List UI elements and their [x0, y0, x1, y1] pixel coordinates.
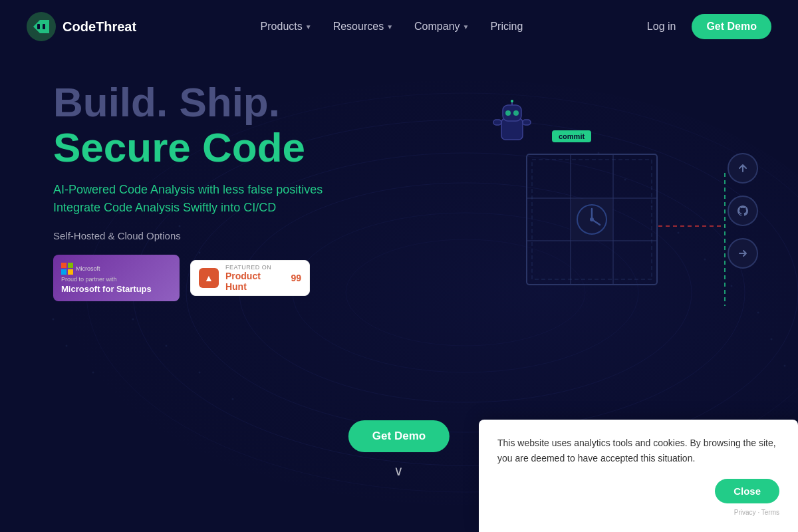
svg-rect-40 [493, 120, 501, 125]
svg-rect-41 [523, 120, 531, 125]
svg-point-20 [199, 372, 201, 374]
code-grid-visualization [525, 153, 658, 286]
svg-point-21 [232, 398, 234, 400]
svg-point-51 [590, 217, 594, 221]
svg-point-32 [771, 338, 773, 340]
hero-subtitle-line1: AI-Powered Code Analysis with less false… [53, 181, 426, 199]
microsoft-badge: Microsoft Proud to partner with Microsof… [53, 255, 180, 301]
nav-item-pricing[interactable]: Pricing [490, 21, 523, 33]
nav-actions: Log in Get Demo [647, 14, 771, 39]
hero-hosted-label: Self-Hosted & Cloud Options [53, 230, 426, 241]
navbar: CodeThreat Products ▼ Resources ▼ Compan… [0, 0, 798, 53]
logo-text: CodeThreat [63, 19, 136, 35]
cookie-banner: This website uses analytics tools and co… [479, 420, 798, 532]
arrow-up-icon [728, 153, 758, 184]
integration-icons [728, 153, 758, 269]
microsoft-label: Microsoft [76, 265, 100, 272]
logo-icon [27, 12, 56, 41]
producthunt-badge: ▲ FEATURED ON Product Hunt 99 [190, 260, 310, 296]
chevron-down-icon: ▼ [305, 23, 312, 31]
hero-subtitle-line2: Integrate Code Analysis Swiftly into CI/… [53, 199, 426, 217]
hero-title-line1: Build. Ship. [53, 79, 280, 125]
robot-icon [492, 100, 532, 153]
ph-brand-label: Product Hunt [225, 271, 284, 292]
commit-label: commit [552, 130, 591, 142]
cookie-text: This website uses analytics tools and co… [497, 436, 779, 466]
svg-point-23 [66, 345, 68, 347]
microsoft-logo-icon [61, 263, 73, 275]
svg-point-37 [513, 110, 519, 116]
nav-item-company[interactable]: Company ▼ [414, 21, 469, 33]
nav-item-products[interactable]: Products ▼ [261, 21, 312, 33]
svg-rect-34 [501, 118, 523, 140]
svg-point-18 [132, 319, 134, 321]
arrow-right-icon [728, 238, 758, 269]
nav-item-resources[interactable]: Resources ▼ [333, 21, 393, 33]
chevron-down-icon: ▼ [463, 23, 469, 31]
svg-rect-2 [43, 24, 45, 29]
recaptcha-text: Privacy · Terms [497, 509, 779, 516]
ph-featured-label: FEATURED ON [225, 264, 284, 271]
nav-links: Products ▼ Resources ▼ Company ▼ Pricing [261, 21, 523, 33]
hero-cta-area: Get Demo ∨ [348, 420, 450, 479]
producthunt-icon: ▲ [199, 268, 219, 288]
svg-point-22 [53, 319, 55, 321]
cookie-close-button[interactable]: Close [715, 479, 779, 503]
get-demo-button-nav[interactable]: Get Demo [692, 14, 771, 39]
svg-point-39 [511, 100, 513, 102]
hero-content: Build. Ship. Secure Code AI-Powered Code… [53, 80, 426, 301]
hero-subtitle: AI-Powered Code Analysis with less false… [53, 181, 426, 217]
ph-score-label: 99 [291, 273, 301, 283]
hero-title-line2: Secure Code [53, 124, 305, 170]
chevron-down-icon: ▼ [386, 23, 393, 31]
svg-point-33 [784, 365, 786, 367]
badges-area: Microsoft Proud to partner with Microsof… [53, 255, 426, 301]
microsoft-brand-text: Microsoft for Startups [61, 284, 152, 294]
svg-point-19 [166, 345, 168, 347]
login-link[interactable]: Log in [647, 21, 676, 33]
get-demo-button-hero[interactable]: Get Demo [348, 420, 450, 452]
github-icon [728, 196, 758, 226]
svg-point-24 [92, 372, 94, 374]
svg-point-36 [505, 110, 511, 116]
hero-illustration: commit [479, 93, 758, 346]
producthunt-text: FEATURED ON Product Hunt [225, 264, 284, 292]
logo[interactable]: CodeThreat [27, 12, 136, 41]
scroll-down-icon[interactable]: ∨ [394, 463, 404, 479]
svg-rect-1 [37, 24, 40, 29]
microsoft-proud-text: Proud to partner with [61, 276, 117, 283]
